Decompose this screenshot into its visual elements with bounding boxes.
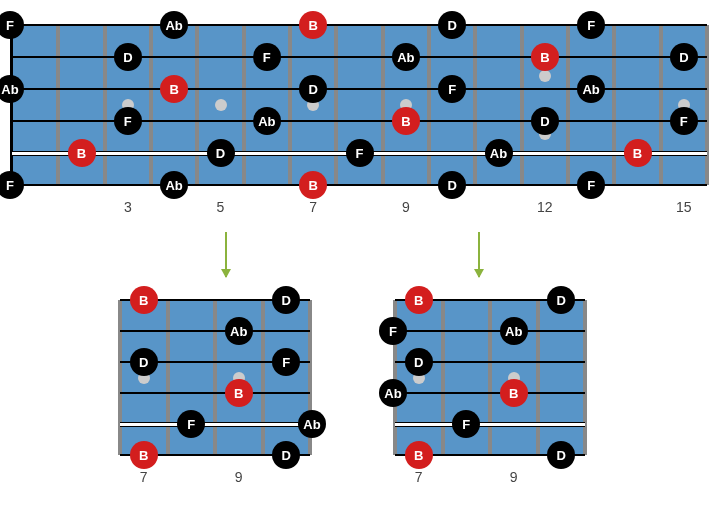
fret-number: 9 bbox=[510, 469, 518, 485]
fret-line bbox=[149, 25, 153, 185]
fret-line bbox=[103, 25, 107, 185]
fret-line bbox=[118, 300, 122, 455]
note-root: B bbox=[405, 286, 433, 314]
note: Ab bbox=[392, 43, 420, 71]
note: Ab bbox=[379, 379, 407, 407]
fret-line bbox=[659, 25, 663, 185]
note: F bbox=[438, 75, 466, 103]
fret-number: 7 bbox=[309, 199, 317, 215]
note: Ab bbox=[577, 75, 605, 103]
note: D bbox=[272, 441, 300, 469]
note-root: B bbox=[299, 171, 327, 199]
note: D bbox=[531, 107, 559, 135]
arrow-down-icon bbox=[478, 232, 480, 277]
fret-number: 9 bbox=[235, 469, 243, 485]
note: F bbox=[0, 11, 24, 39]
note: F bbox=[177, 410, 205, 438]
fret-line bbox=[520, 25, 524, 185]
note-root: B bbox=[531, 43, 559, 71]
note: Ab bbox=[485, 139, 513, 167]
note: F bbox=[0, 171, 24, 199]
fret-number: 3 bbox=[124, 199, 132, 215]
fret-line bbox=[705, 25, 709, 185]
string-line bbox=[395, 392, 585, 394]
note-root: B bbox=[130, 286, 158, 314]
note: F bbox=[379, 317, 407, 345]
fret-line bbox=[566, 25, 570, 185]
fret-line bbox=[288, 25, 292, 185]
fret-line bbox=[195, 25, 199, 185]
note: Ab bbox=[0, 75, 24, 103]
note: Ab bbox=[500, 317, 528, 345]
fret-line bbox=[427, 25, 431, 185]
note: D bbox=[547, 286, 575, 314]
string-line bbox=[120, 422, 310, 427]
note: Ab bbox=[160, 11, 188, 39]
note: F bbox=[577, 171, 605, 199]
fret-line bbox=[536, 300, 540, 455]
fret-number: 7 bbox=[140, 469, 148, 485]
note: D bbox=[114, 43, 142, 71]
arrow-down-icon bbox=[225, 232, 227, 277]
fret-line bbox=[612, 25, 616, 185]
note-root: B bbox=[500, 379, 528, 407]
note-root: B bbox=[68, 139, 96, 167]
fretboard-box1: BDAbDFBFAbBD bbox=[120, 300, 310, 455]
note: D bbox=[547, 441, 575, 469]
note: D bbox=[438, 171, 466, 199]
note: Ab bbox=[253, 107, 281, 135]
fret-line bbox=[261, 300, 265, 455]
note: D bbox=[405, 348, 433, 376]
note: D bbox=[299, 75, 327, 103]
note: F bbox=[114, 107, 142, 135]
string-line bbox=[120, 392, 310, 394]
note: Ab bbox=[160, 171, 188, 199]
fret-number: 9 bbox=[402, 199, 410, 215]
fret-line bbox=[441, 300, 445, 455]
fret-number: 15 bbox=[676, 199, 692, 215]
note: D bbox=[438, 11, 466, 39]
note: F bbox=[452, 410, 480, 438]
fret-line bbox=[56, 25, 60, 185]
fret-line bbox=[583, 300, 587, 455]
note: D bbox=[130, 348, 158, 376]
fret-line bbox=[10, 23, 13, 187]
note: D bbox=[272, 286, 300, 314]
note: F bbox=[346, 139, 374, 167]
fret-line bbox=[213, 300, 217, 455]
inlay-marker bbox=[539, 70, 551, 82]
note-root: B bbox=[160, 75, 188, 103]
fret-line bbox=[334, 25, 338, 185]
fret-line bbox=[166, 300, 170, 455]
fret-line bbox=[242, 25, 246, 185]
note: F bbox=[253, 43, 281, 71]
fret-line bbox=[488, 300, 492, 455]
note: Ab bbox=[298, 410, 326, 438]
string-line bbox=[395, 330, 585, 332]
note-root: B bbox=[225, 379, 253, 407]
fret-line bbox=[473, 25, 477, 185]
fret-line bbox=[381, 25, 385, 185]
inlay-marker bbox=[215, 99, 227, 111]
note: D bbox=[207, 139, 235, 167]
note: F bbox=[577, 11, 605, 39]
note: F bbox=[272, 348, 300, 376]
note-root: B bbox=[299, 11, 327, 39]
string-line bbox=[395, 422, 585, 427]
fret-number: 5 bbox=[217, 199, 225, 215]
string-line bbox=[120, 330, 310, 332]
note-root: B bbox=[624, 139, 652, 167]
fretboard-box2: BDFAbDAbBFBD bbox=[395, 300, 585, 455]
fret-number: 7 bbox=[415, 469, 423, 485]
fretboard-main: FAbBDFDFAbBDAbBDFAbFAbBDFBDFAbBFAbBDF bbox=[12, 25, 707, 185]
note-root: B bbox=[392, 107, 420, 135]
note-root: B bbox=[405, 441, 433, 469]
note: Ab bbox=[225, 317, 253, 345]
fret-number: 12 bbox=[537, 199, 553, 215]
note-root: B bbox=[130, 441, 158, 469]
note: F bbox=[670, 107, 698, 135]
note: D bbox=[670, 43, 698, 71]
